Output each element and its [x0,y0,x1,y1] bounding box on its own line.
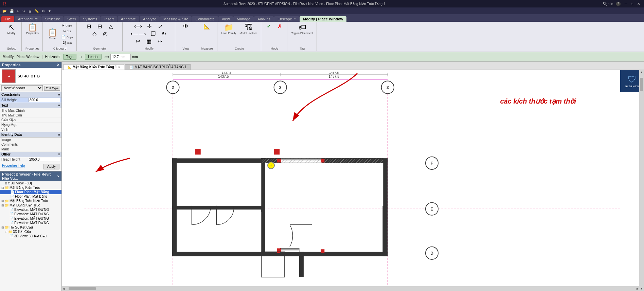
leader-btn[interactable]: Leader [85,54,102,60]
scroll-thumb-h[interactable] [69,287,96,290]
scroll-left-btn[interactable]: ◀ [62,287,65,290]
cut-btn[interactable]: ✂ Cut [60,29,74,34]
pb-item-floor-plan-active[interactable]: 📄 Floor Plan: Mặt Bằng [0,190,61,194]
pb-item-3d[interactable]: ⊞ □ 3D View: {3D} [0,181,61,185]
h-scrollbar[interactable]: ◀ ▶ [62,286,639,291]
copy-btn[interactable]: 📄 Copy [60,35,74,40]
tab-close-1[interactable]: × [118,66,120,69]
join-btn[interactable]: ⛓ Join [60,40,74,46]
edit-type-btn[interactable]: Edit Type [44,86,60,91]
align-btn[interactable]: ⟺ [133,23,143,30]
tab-view[interactable]: View [218,16,233,22]
modify-btn[interactable]: ↖ Modify [5,23,18,35]
cancel-mode-btn[interactable]: ✗ [275,23,285,30]
tab-massing[interactable]: Massing & Site [160,16,192,22]
finish-mode-btn[interactable]: ✓ [264,23,274,30]
qa-print[interactable]: 🖨 [27,9,33,13]
pb-item-elevation-3[interactable]: 📄 Elevation: MẶT ĐỨNG [0,216,61,221]
maximize-btn[interactable]: □ [630,2,634,6]
scale-btn[interactable]: ⇔ [155,38,165,45]
measure-btn[interactable]: 📐 [202,23,212,30]
load-family-btn[interactable]: 📁 Load Family [220,23,238,35]
horizontal-label: Horizontal [45,55,60,59]
minimize-btn[interactable]: ─ [623,2,628,6]
dim-input[interactable] [110,54,131,60]
tab-mat-bang-kien-truc[interactable]: 📐 Mặt Bằng Kiến Trúc Tầng 1 × [63,64,124,70]
scroll-thumb-v[interactable] [640,78,643,91]
offset-btn[interactable]: ⤢ [155,23,165,30]
prop-section-constraints[interactable]: Constraints ≡ [0,92,61,97]
geometry-btn2[interactable]: ⊟ [95,23,105,30]
apply-btn[interactable]: Apply [43,164,59,169]
prop-section-text[interactable]: Text ≡ [0,103,61,108]
sign-in[interactable]: Sign In [603,2,613,6]
trim-btn[interactable]: ✂ [133,38,143,45]
scroll-up-btn[interactable]: ▲ [640,71,643,74]
properties-help-link[interactable]: Properties help [2,164,25,169]
prop-row-sill-height: Sill Height [0,97,61,103]
svg-text:3: 3 [387,85,389,90]
prop-section-identity[interactable]: Identity Data ≡ [0,132,61,138]
v-scrollbar[interactable]: ▲ ▼ [639,70,644,291]
qa-redo[interactable]: ↪ [21,9,26,13]
drawing-area[interactable]: 1437.5 1437.5 2 2 3 F E D [62,70,644,291]
help-btn[interactable]: ? [616,2,621,6]
pb-item-floor-plan-2[interactable]: 📄 Floor Plan: Mặt Bằng [0,194,61,199]
pb-group-mat-bang-tran[interactable]: ⊞ 📁 Mặt Bằng Trần Kiến Trúc [0,199,61,203]
tab-insert[interactable]: Insert [101,16,117,22]
geometry-btn5[interactable]: ◎ [100,31,110,37]
move-btn[interactable]: ✛ [144,23,154,30]
tag-on-placement-btn[interactable]: 🏷 Tag on Placement [290,23,315,35]
paste-btn[interactable]: 📋 Paste [46,23,59,46]
qa-measure[interactable]: 📏 [34,9,40,13]
pb-group-mat-dung[interactable]: ⊟ 📁 Mặt Dứng Kiến Trúc [0,203,61,207]
tab-annotate[interactable]: Annotate [118,16,139,22]
tab-architecture[interactable]: Architecture [15,16,41,22]
tab-file[interactable]: File [1,16,14,22]
prop-section-other[interactable]: Other ≡ [0,152,61,157]
geometry-btn4[interactable]: ◇ [89,31,100,37]
pb-item-elevation-4[interactable]: 📄 Elevation: MẶT ĐỨNG [0,221,61,225]
tab-steel[interactable]: Steel [64,16,79,22]
rotate-btn[interactable]: ↻ [159,31,169,37]
pb-close[interactable]: × [57,174,59,178]
qa-undo[interactable]: ↩ [16,9,20,13]
view-btn[interactable]: 👁 [181,23,191,30]
pb-group-3d-ket-cau[interactable]: ⊟ 📁 3D Kết Cấu [0,230,61,234]
array-btn[interactable]: ▦ [144,38,154,45]
svg-rect-52 [299,252,304,277]
svg-rect-25 [261,158,265,212]
qa-save[interactable]: 💾 [8,9,15,13]
tab-collaborate[interactable]: Collaborate [192,16,218,22]
sill-height-input[interactable] [29,98,60,102]
properties-btn[interactable]: 📋 Properties [25,23,40,35]
pb-group-mat-bang[interactable]: ⊟ 📁 Mặt Bằng Kiến Trúc [0,185,61,190]
cope-btn[interactable]: ✂ Cope [60,23,74,28]
properties-close[interactable]: × [57,62,59,67]
geometry-btn1[interactable]: ⊞ [84,23,94,30]
tags-btn[interactable]: Tags [63,54,76,60]
close-btn[interactable]: ✕ [636,2,641,6]
tab-mat-bang-bo-tri[interactable]: 📄 MẶT BẰNG BỐ TRÍ CỬA TẦNG 1 [125,64,191,70]
qa-open[interactable]: 📂 [1,9,7,13]
geometry-btn3[interactable]: △ [106,23,116,30]
mirror-btn[interactable]: ⟵⟶ [129,31,147,37]
qa-settings[interactable]: ⚙ [41,9,46,13]
tab-modify-window[interactable]: Modify | Place Window [300,16,347,22]
scroll-down-btn[interactable]: ▼ [640,287,643,290]
scroll-right-btn[interactable]: ▶ [637,287,639,290]
prop-type-select[interactable]: New Windows [1,85,43,91]
pb-item-3d-ket-cau[interactable]: 📄 3D View: 3D Kết Cấu [0,234,61,238]
tab-enscape[interactable]: Enscape™ [274,16,299,22]
qa-more[interactable]: ▼ [47,9,52,13]
copy-elem-btn[interactable]: ❐ [148,31,158,37]
tab-manage[interactable]: Manage [233,16,254,22]
tab-systems[interactable]: Systems [79,16,101,22]
pb-group-ho-so-ket-cau[interactable]: ⊟ 📁 Hồ Sơ Kết Cấu [0,225,61,230]
tab-structure[interactable]: Structure [41,16,64,22]
model-in-place-btn[interactable]: 🏗 Model In-place [238,23,258,35]
tab-analyze[interactable]: Analyze [140,16,160,22]
tab-addins[interactable]: Add-Ins [254,16,274,22]
pb-item-elevation-2[interactable]: 📄 Elevation: MẶT ĐỨNG [0,212,61,216]
pb-item-elevation-1[interactable]: 📄 Elevation: MẶT ĐỨNG [0,207,61,212]
